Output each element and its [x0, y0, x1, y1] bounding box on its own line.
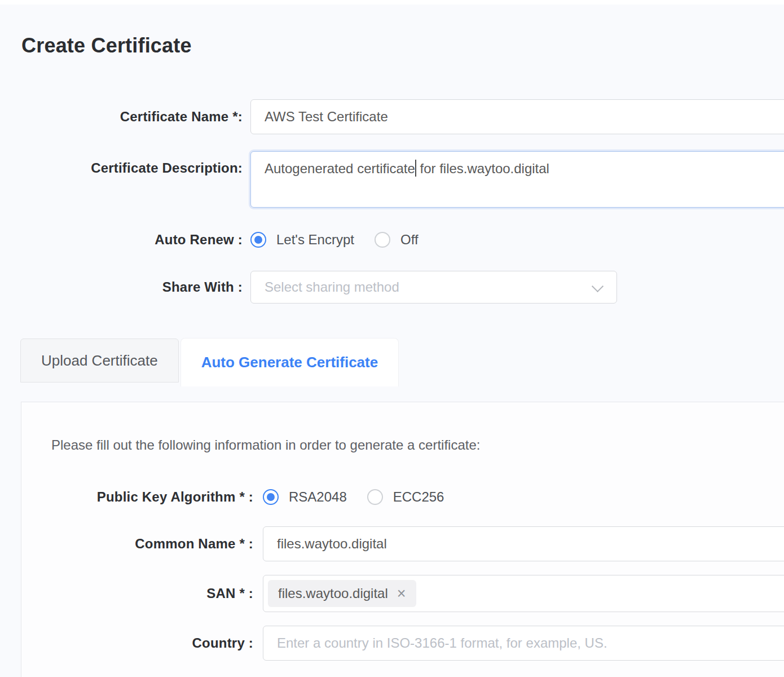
auto-renew-row: Auto Renew : Let's Encrypt Off [0, 232, 784, 248]
certificate-description-textarea[interactable]: Autogenerated certificate for files.wayt… [250, 151, 784, 208]
top-edge-strip [0, 0, 784, 5]
common-name-row: Common Name * : [21, 526, 784, 561]
auto-generate-panel: Please fill out the following informatio… [21, 402, 784, 677]
pka-option-label: ECC256 [393, 489, 444, 505]
san-row: SAN * : files.waytoo.digital × [21, 575, 784, 612]
certificate-name-input[interactable] [250, 99, 784, 134]
country-input[interactable] [263, 626, 784, 661]
auto-renew-option-label: Let's Encrypt [276, 232, 354, 248]
certificate-name-row: Certificate Name *: [0, 99, 784, 134]
auto-renew-option-off[interactable]: Off [375, 232, 419, 248]
san-tag: files.waytoo.digital × [268, 580, 416, 607]
radio-selected-icon [263, 489, 279, 505]
auto-renew-label: Auto Renew : [21, 232, 243, 248]
radio-selected-icon [250, 232, 266, 248]
auto-renew-radio-group: Let's Encrypt Off [250, 232, 419, 248]
pka-option-label: RSA2048 [289, 489, 347, 505]
panel-instruction: Please fill out the following informatio… [51, 437, 784, 453]
country-row: Country : [21, 626, 784, 661]
page-title: Create Certificate [21, 34, 784, 58]
certificate-name-label: Certificate Name *: [21, 109, 243, 125]
certificate-tabs: Upload Certificate Auto Generate Certifi… [0, 338, 784, 386]
tag-remove-icon[interactable]: × [397, 586, 406, 601]
san-label: SAN * : [21, 586, 253, 601]
public-key-algorithm-row: Public Key Algorithm * : RSA2048 ECC256 [21, 489, 784, 505]
certificate-description-label: Certificate Description: [21, 151, 243, 176]
pka-option-rsa2048[interactable]: RSA2048 [263, 489, 347, 505]
tab-upload-certificate[interactable]: Upload Certificate [20, 338, 179, 383]
san-tags-input[interactable]: files.waytoo.digital × [263, 575, 784, 612]
common-name-input[interactable] [263, 526, 784, 561]
pka-option-ecc256[interactable]: ECC256 [367, 489, 444, 505]
share-with-row: Share With : Select sharing method [0, 271, 784, 304]
description-text-before-caret: Autogenerated certificate [265, 161, 415, 176]
public-key-algorithm-radio-group: RSA2048 ECC256 [263, 489, 444, 505]
public-key-algorithm-label: Public Key Algorithm * : [21, 489, 253, 505]
san-tag-label: files.waytoo.digital [278, 586, 388, 601]
common-name-label: Common Name * : [21, 536, 253, 552]
auto-renew-option-label: Off [400, 232, 419, 248]
share-with-label: Share With : [21, 279, 243, 295]
certificate-description-row: Certificate Description: Autogenerated c… [0, 151, 784, 208]
auto-renew-option-lets-encrypt[interactable]: Let's Encrypt [250, 232, 354, 248]
share-with-placeholder: Select sharing method [265, 279, 399, 295]
country-label: Country : [21, 635, 253, 651]
description-text-after-caret: for files.waytoo.digital [416, 161, 549, 176]
share-with-select[interactable]: Select sharing method [250, 271, 617, 304]
tab-auto-generate-certificate[interactable]: Auto Generate Certificate [180, 338, 399, 386]
radio-unselected-icon [375, 232, 390, 248]
certificate-form: Certificate Name *: Certificate Descript… [0, 99, 784, 304]
chevron-down-icon [592, 280, 604, 292]
radio-unselected-icon [367, 489, 383, 505]
